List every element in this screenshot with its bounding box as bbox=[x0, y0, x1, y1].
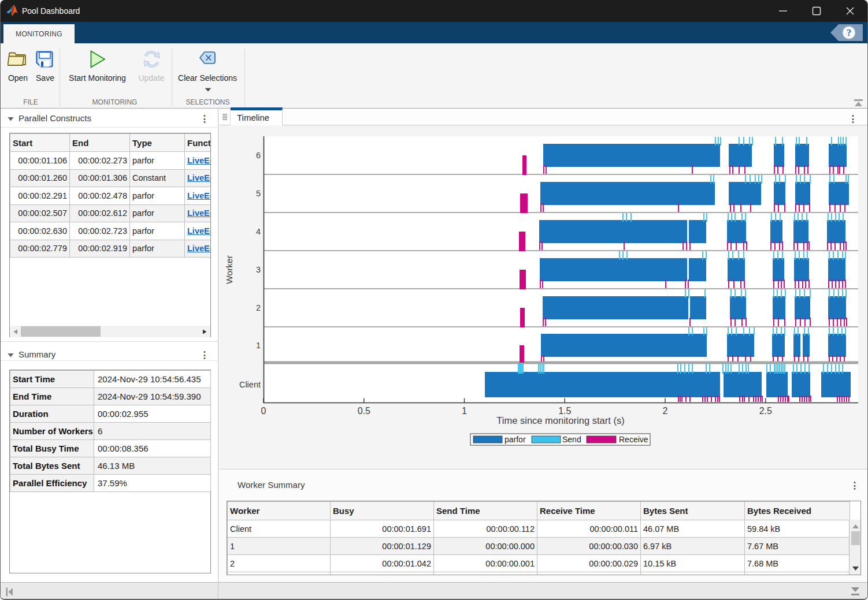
svg-text:1: 1 bbox=[462, 406, 467, 416]
svg-text:2: 2 bbox=[663, 406, 668, 416]
svg-text:3: 3 bbox=[256, 265, 261, 274]
svg-text:Send: Send bbox=[562, 435, 581, 444]
svg-text:Client: Client bbox=[239, 380, 261, 389]
svg-text:0: 0 bbox=[261, 406, 266, 416]
svg-text:2: 2 bbox=[256, 303, 261, 312]
svg-text:parfor: parfor bbox=[505, 435, 526, 444]
svg-text:?: ? bbox=[847, 28, 851, 38]
svg-text:Worker: Worker bbox=[224, 255, 234, 284]
svg-text:Receive: Receive bbox=[619, 435, 648, 444]
svg-text:0.5: 0.5 bbox=[358, 406, 370, 416]
svg-text:6: 6 bbox=[256, 151, 261, 160]
svg-text:1: 1 bbox=[256, 341, 261, 350]
svg-text:4: 4 bbox=[256, 227, 261, 236]
svg-text:2.5: 2.5 bbox=[759, 406, 772, 416]
svg-text:5: 5 bbox=[256, 189, 261, 198]
svg-text:Time since monitoring start (s: Time since monitoring start (s) bbox=[496, 415, 624, 426]
svg-text:1.5: 1.5 bbox=[558, 406, 571, 416]
